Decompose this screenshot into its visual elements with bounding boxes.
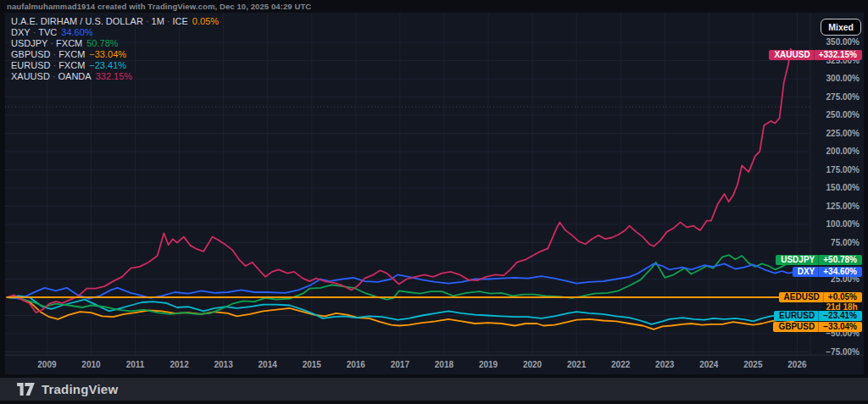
time-tick: 2020 bbox=[515, 360, 549, 369]
legend-symbol: TVC bbox=[38, 27, 57, 37]
series-label-ticker: USDJPY bbox=[776, 255, 818, 265]
series-label-ticker: XAUUSD bbox=[769, 50, 813, 60]
time-tick: 2018 bbox=[427, 360, 461, 369]
legend-symbol: FXCM bbox=[56, 38, 82, 48]
price-tick: 125.00% bbox=[826, 202, 860, 211]
attribution-bar: naufalmuhammad1914 created with TradingV… bbox=[0, 0, 868, 13]
time-tick: 2013 bbox=[207, 360, 241, 369]
legend-value: 332.15% bbox=[96, 71, 132, 81]
series-label-value: +50.78% bbox=[818, 255, 862, 265]
legend-symbol: U.A.E. DIRHAM / U.S. DOLLAR bbox=[11, 16, 143, 26]
legend-value: 34.60% bbox=[61, 27, 92, 37]
legend-symbol: GBPUSD bbox=[11, 49, 50, 59]
time-tick: 2026 bbox=[780, 360, 814, 369]
legend-value: 0.05% bbox=[192, 16, 219, 26]
price-tick: 200.00% bbox=[826, 147, 860, 156]
series-label-ticker: EURUSD bbox=[774, 311, 818, 321]
time-tick: 2021 bbox=[559, 360, 593, 369]
tradingview-logo[interactable]: TradingView bbox=[17, 382, 118, 396]
series-line-usdjpy[interactable] bbox=[8, 255, 794, 314]
legend-separator: · bbox=[143, 16, 152, 26]
legend-value: −33.04% bbox=[89, 49, 126, 59]
legend-symbol: FXCM bbox=[58, 49, 85, 59]
series-line-dxy[interactable] bbox=[8, 263, 794, 298]
series-label-ticker: GBPUSD bbox=[773, 322, 818, 332]
legend-separator: · bbox=[31, 27, 39, 37]
legend-row-5[interactable]: XAUUSD·OANDA332.15% bbox=[11, 71, 219, 82]
price-tick: 175.00% bbox=[826, 165, 860, 174]
legend-row-2[interactable]: USDJPY·FXCM50.78% bbox=[11, 38, 219, 49]
legend-separator: · bbox=[50, 60, 58, 70]
legend-separator: · bbox=[164, 16, 173, 26]
time-tick: 2023 bbox=[648, 360, 682, 369]
chart-panel: U.A.E. DIRHAM / U.S. DOLLAR·1M·ICE0.05%D… bbox=[5, 13, 864, 374]
series-label-value: −33.04% bbox=[818, 322, 862, 332]
legend-symbol: DXY bbox=[11, 27, 31, 37]
logo-text: TradingView bbox=[42, 382, 118, 396]
time-tick: 2017 bbox=[383, 360, 417, 369]
time-tick: 2024 bbox=[692, 360, 726, 369]
legend-row-0[interactable]: U.A.E. DIRHAM / U.S. DOLLAR·1M·ICE0.05% bbox=[11, 16, 219, 27]
time-axis[interactable]: 2009201020112012201320142015201620172018… bbox=[5, 355, 864, 374]
price-tick: 150.00% bbox=[826, 183, 860, 192]
series-price-label-dxy[interactable]: DXY+34.60% bbox=[793, 267, 862, 277]
series-label-value: +332.15% bbox=[814, 50, 862, 60]
series-label-ticker: DXY bbox=[793, 267, 819, 277]
legend-separator: · bbox=[50, 71, 58, 81]
legend-row-4[interactable]: EURUSD·FXCM−23.41% bbox=[11, 60, 219, 71]
series-label-value: −23.41% bbox=[818, 311, 862, 321]
time-tick: 2016 bbox=[339, 360, 373, 369]
series-price-label-usdjpy[interactable]: USDJPY+50.78% bbox=[776, 255, 862, 265]
legend-symbol: ICE bbox=[173, 16, 188, 26]
legend-row-3[interactable]: GBPUSD·FXCM−33.04% bbox=[11, 49, 219, 60]
price-tick: 225.00% bbox=[826, 129, 860, 138]
price-tick: 275.00% bbox=[826, 92, 860, 102]
legend-symbol: USDJPY bbox=[11, 38, 47, 48]
price-tick: 300.00% bbox=[826, 74, 860, 83]
bottom-bar: TradingView bbox=[0, 378, 868, 401]
time-tick: 2014 bbox=[251, 360, 285, 369]
series-price-label-aedusd[interactable]: AEDUSD+0.05% bbox=[779, 292, 862, 302]
price-tick: 100.00% bbox=[826, 219, 860, 229]
legend-separator: · bbox=[50, 49, 58, 59]
tradingview-screenshot: naufalmuhammad1914 created with TradingV… bbox=[0, 0, 868, 404]
time-tick: 2010 bbox=[74, 360, 108, 369]
series-price-label-gbpusd[interactable]: GBPUSD−33.04% bbox=[773, 322, 862, 332]
series-price-label-eurusd[interactable]: EURUSD−23.41% bbox=[774, 311, 862, 321]
legend-symbol: OANDA bbox=[58, 71, 92, 81]
price-tick: −75.00% bbox=[826, 347, 860, 357]
price-tick: 250.00% bbox=[826, 110, 860, 119]
tradingview-logo-icon bbox=[17, 383, 35, 396]
time-tick: 2015 bbox=[295, 360, 329, 369]
time-tick: 2011 bbox=[119, 360, 153, 369]
price-tick: 75.00% bbox=[831, 238, 860, 247]
legend: U.A.E. DIRHAM / U.S. DOLLAR·1M·ICE0.05%D… bbox=[11, 16, 219, 83]
mixed-scale-button[interactable]: Mixed bbox=[821, 19, 861, 36]
legend-value: 50.78% bbox=[86, 38, 118, 48]
series-label-value: +0.05% bbox=[823, 292, 862, 302]
price-tick: 350.00% bbox=[826, 37, 860, 47]
series-label-value: +34.60% bbox=[818, 267, 862, 277]
time-tick: 2022 bbox=[604, 360, 637, 369]
legend-symbol: EURUSD bbox=[11, 60, 50, 70]
time-tick: 2009 bbox=[30, 360, 64, 369]
legend-symbol: FXCM bbox=[58, 60, 85, 70]
legend-row-1[interactable]: DXY·TVC34.60% bbox=[11, 27, 219, 38]
legend-symbol: XAUUSD bbox=[11, 71, 50, 81]
legend-separator: · bbox=[47, 38, 56, 48]
series-price-label-xauusd[interactable]: XAUUSD+332.15% bbox=[769, 50, 862, 60]
time-tick: 2019 bbox=[471, 360, 505, 369]
legend-value: −23.41% bbox=[89, 60, 126, 70]
legend-symbol: 1M bbox=[152, 16, 164, 26]
series-line-gbpusd[interactable] bbox=[8, 297, 794, 329]
time-tick: 2025 bbox=[736, 360, 770, 369]
series-label-ticker: AEDUSD bbox=[779, 292, 823, 302]
time-tick: 2012 bbox=[163, 360, 197, 369]
